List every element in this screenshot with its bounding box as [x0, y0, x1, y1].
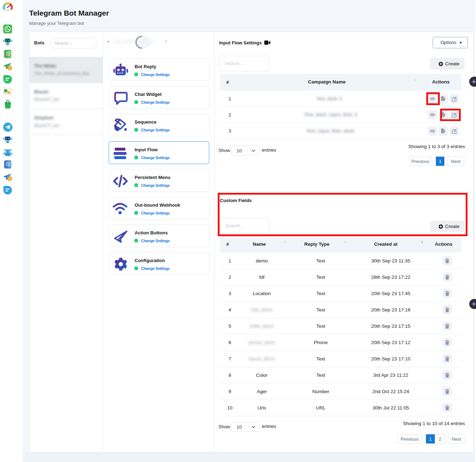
svg-text:1: 1: [9, 66, 11, 70]
svg-text:1: 1: [9, 177, 11, 181]
